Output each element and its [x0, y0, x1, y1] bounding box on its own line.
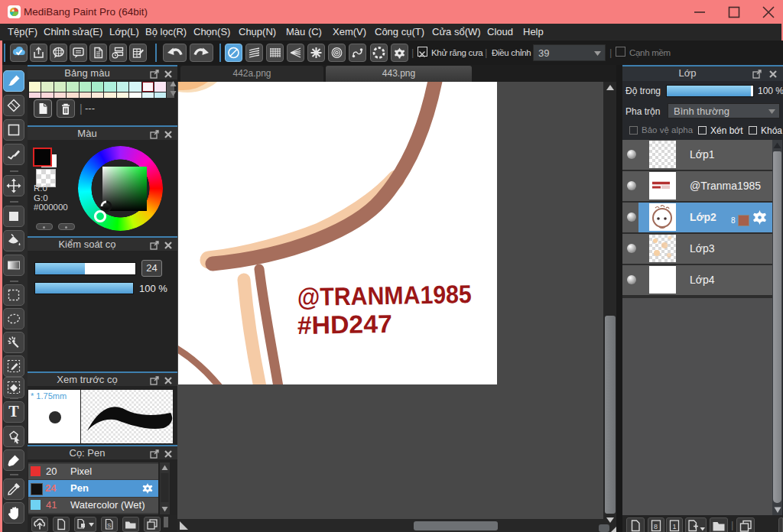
svg-text:#HD247: #HD247	[297, 310, 392, 339]
svg-text:8: 8	[654, 523, 658, 530]
svg-text:S: S	[107, 522, 111, 529]
svg-text:1: 1	[673, 523, 677, 530]
svg-text:@TRANMA1985: @TRANMA1985	[297, 280, 472, 311]
